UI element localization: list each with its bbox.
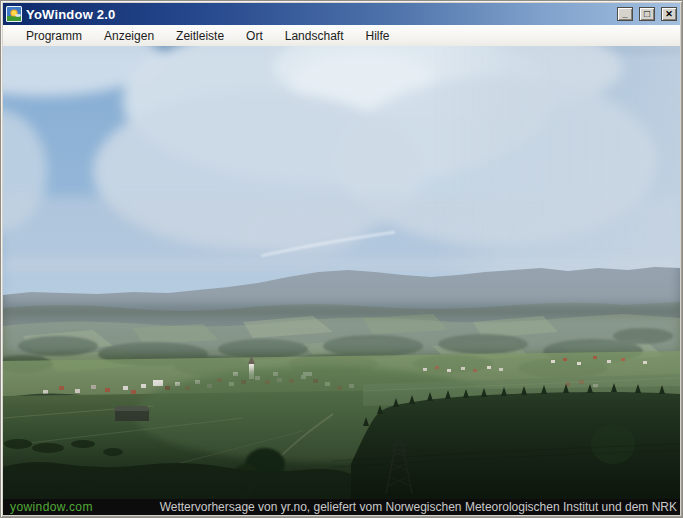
menu-item-zeitleiste[interactable]: Zeitleiste (165, 26, 235, 46)
landscape-view (3, 46, 680, 499)
status-bar: yowindow.com Wettervorhersage von yr.no,… (3, 499, 680, 515)
close-button[interactable]: ✕ (661, 7, 677, 21)
menu-item-ort[interactable]: Ort (235, 26, 274, 46)
maximize-button[interactable]: □ (639, 7, 655, 21)
weather-credit-text: Wettervorhersage von yr.no, geliefert vo… (160, 499, 677, 515)
landscape-illustration (3, 46, 680, 499)
app-window: YoWindow 2.0 _ □ ✕ Programm Anzeigen Zei… (0, 0, 683, 518)
maximize-icon: □ (644, 9, 650, 19)
minimize-icon: _ (622, 10, 627, 19)
menu-item-landschaft[interactable]: Landschaft (274, 26, 355, 46)
clouds (3, 46, 680, 281)
menu-item-programm[interactable]: Programm (15, 26, 93, 46)
window-title: YoWindow 2.0 (26, 7, 611, 22)
minimize-button[interactable]: _ (617, 7, 633, 21)
yowindow-logo-icon (6, 6, 22, 22)
menu-item-hilfe[interactable]: Hilfe (354, 26, 400, 46)
menu-bar: Programm Anzeigen Zeitleiste Ort Landsch… (3, 25, 680, 46)
title-bar[interactable]: YoWindow 2.0 _ □ ✕ (3, 3, 680, 25)
yowindow-link[interactable]: yowindow.com (10, 499, 93, 515)
vignette (3, 366, 680, 499)
close-icon: ✕ (665, 10, 673, 19)
menu-item-anzeigen[interactable]: Anzeigen (93, 26, 165, 46)
